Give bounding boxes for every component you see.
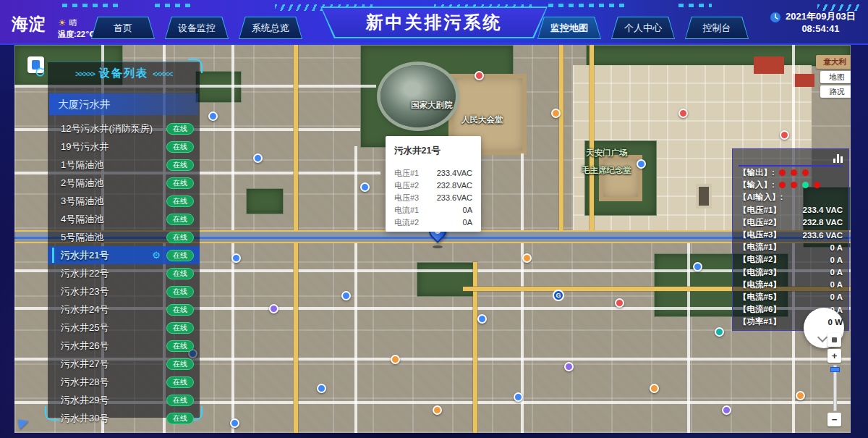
popup-row-value: 232.8VAC — [437, 180, 472, 192]
map-poi-icon[interactable] — [715, 327, 724, 337]
map-poi-icon[interactable] — [522, 253, 532, 263]
device-list-item[interactable]: 4号隔油池 在线 — [48, 210, 200, 228]
status-badge: 在线 — [166, 159, 194, 171]
device-list-item[interactable]: 污水井27号 在线 — [48, 355, 200, 373]
deco-dots — [548, 4, 625, 7]
device-list-item[interactable]: 3号隔油池 在线 — [48, 192, 200, 210]
arrows-decor: <<<<< — [153, 70, 172, 78]
status-badge: 在线 — [166, 358, 194, 370]
device-list-item[interactable]: 5号隔油池 在线 — [48, 228, 200, 246]
nav-right: 监控地图 个人中心 控制台 — [537, 17, 749, 39]
map-layer-button[interactable]: 路况 — [820, 85, 851, 98]
popup-row-label: 电压#2 — [394, 180, 419, 192]
map-poi-icon[interactable] — [477, 314, 487, 324]
status-badge: 在线 — [166, 177, 194, 189]
telemetry-row: 【电流#2】 0 A — [739, 253, 843, 266]
map-poi-icon[interactable] — [269, 304, 278, 313]
status-badge: 在线 — [166, 322, 194, 334]
device-list-item[interactable]: 污水井23号 在线 — [48, 282, 200, 300]
device-list: 12号污水井(消防泵房) 在线 19号污水井 在线 1号隔油池 在线 — [48, 119, 200, 427]
locate-button[interactable] — [827, 333, 841, 347]
device-list-item[interactable]: 1号隔油池 在线 — [48, 156, 200, 174]
nav-button[interactable]: 个人中心 — [611, 17, 675, 39]
map-poi-icon[interactable] — [360, 182, 370, 192]
device-list-item[interactable]: 污水井26号 在线 — [48, 337, 200, 355]
device-list-item[interactable]: 2号隔油池 在线 — [48, 174, 200, 192]
nav-button[interactable]: 设备监控 — [165, 17, 229, 39]
status-dots — [779, 169, 809, 176]
nav-button[interactable]: 系统总览 — [239, 17, 302, 39]
popup-rows: 电压#1 233.4VAC 电压#2 232.8VAC 电压#3 233.6VA… — [394, 167, 472, 229]
map-poi-icon[interactable] — [253, 153, 263, 163]
device-label: 12号污水井(消防泵房) — [61, 122, 153, 135]
top-header: 海淀 ☀ 晴 温度:22℃ 首页 设备监控 系统总览 新中关排污系统 监控地图 … — [0, 0, 868, 45]
popup-title: 污水井21号 — [394, 145, 472, 157]
device-list-item[interactable]: 19号污水井 在线 — [48, 138, 200, 156]
map-poi-icon[interactable] — [637, 159, 646, 169]
status-badge: 在线 — [166, 141, 194, 153]
map-poi-icon[interactable] — [514, 392, 523, 402]
zoom-in-button[interactable]: + — [827, 349, 841, 363]
map-canvas[interactable]: 国家大剧院 人民大会堂 天安门广场 毛主席纪念堂 G — [14, 45, 851, 433]
device-list-item[interactable]: 污水井21号 ⚙ 在线 — [48, 246, 200, 264]
device-list-item[interactable]: 12号污水井(消防泵房) 在线 — [48, 119, 200, 138]
zoom-out-button[interactable]: − — [827, 413, 841, 426]
map-poi-icon[interactable] — [475, 71, 484, 80]
map-poi-icon[interactable] — [780, 130, 789, 140]
status-badge: 在线 — [166, 214, 194, 225]
status-dot — [791, 182, 797, 188]
map-poi-icon[interactable] — [564, 362, 574, 371]
status-badge: 在线 — [166, 395, 194, 406]
telemetry-value: 0 A — [830, 280, 843, 289]
telemetry-value: 233.4 VAC — [803, 206, 843, 214]
device-list-item[interactable]: 污水井29号 在线 — [48, 391, 200, 409]
map-label: 天安门广场 — [586, 148, 628, 159]
device-category[interactable]: 大厦污水井 — [49, 93, 198, 115]
nav-button[interactable]: 控制台 — [685, 17, 749, 39]
telemetry-row: 【电压#1】 233.4 VAC — [739, 204, 843, 216]
map-poi-icon[interactable] — [650, 384, 659, 393]
map-poi-icon[interactable] — [551, 109, 561, 118]
device-list-item[interactable]: 污水井28号 在线 — [48, 373, 200, 391]
telemetry-value: 0 A — [830, 243, 843, 252]
map-attribution — [19, 418, 29, 429]
map-poi-icon[interactable] — [678, 109, 688, 118]
device-list-item[interactable]: 污水井24号 在线 — [48, 300, 200, 319]
device-label: 污水井30号 — [61, 412, 109, 425]
status-badge: 在线 — [166, 376, 194, 388]
nav-button[interactable]: 首页 — [91, 17, 155, 39]
telemetry-label: 【电流#1】 — [739, 242, 781, 253]
map-poi-icon[interactable] — [391, 355, 400, 364]
device-list-item[interactable]: 污水井30号 在线 — [48, 409, 200, 427]
map-poi-icon[interactable] — [433, 405, 442, 415]
map-poi-icon[interactable] — [208, 111, 218, 121]
telemetry-row: 【电流#4】 0 A — [739, 279, 843, 291]
refresh-icon[interactable] — [35, 67, 46, 77]
telemetry-value: 0 A — [830, 256, 843, 264]
subway-station-icon[interactable]: G — [553, 290, 564, 301]
device-list-item[interactable]: 污水井25号 在线 — [48, 319, 200, 337]
zoom-slider-handle[interactable] — [830, 367, 840, 372]
nav-button[interactable]: 监控地图 — [537, 17, 601, 39]
bar-chart-icon[interactable] — [833, 154, 843, 163]
zoom-slider-track[interactable] — [833, 365, 837, 411]
map-poi-icon[interactable] — [230, 418, 239, 428]
map-poi-icon[interactable] — [796, 391, 805, 400]
popup-row: 电压#2 232.8VAC — [394, 180, 472, 192]
map-poi-icon[interactable] — [341, 291, 351, 300]
map-poi-icon[interactable] — [693, 262, 702, 271]
map-layer-button[interactable]: 地图 — [820, 71, 851, 83]
device-label: 1号隔油池 — [61, 159, 103, 172]
map-poi-icon[interactable] — [722, 405, 731, 415]
device-label: 3号隔油池 — [61, 195, 103, 208]
telemetry-row: 【电压#3】 233.6 VAC — [739, 229, 843, 241]
gear-icon[interactable]: ⚙ — [152, 250, 161, 261]
map-poi-icon[interactable] — [231, 253, 241, 263]
telemetry-row: 【AI输入】: — [739, 191, 843, 203]
map-poi-icon[interactable] — [317, 384, 326, 393]
map-poi-icon[interactable] — [615, 298, 624, 308]
device-label: 污水井21号 — [61, 249, 109, 262]
chevron-down-icon — [817, 332, 827, 342]
map-layer-button[interactable]: 意大利 — [816, 55, 851, 69]
device-list-item[interactable]: 污水井22号 在线 — [48, 264, 200, 282]
